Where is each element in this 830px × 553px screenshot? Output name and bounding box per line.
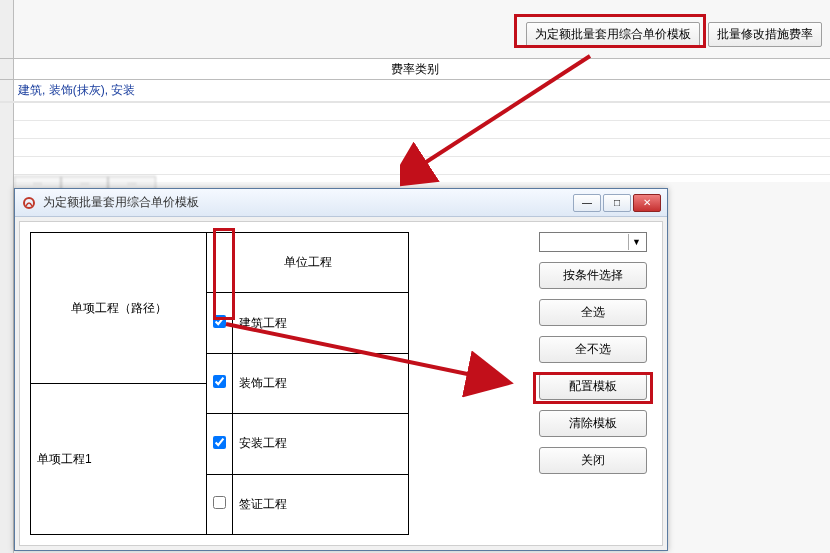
close-button[interactable]: 关闭 — [539, 447, 647, 474]
dialog-titlebar[interactable]: 为定额批量套用综合单价模板 — □ ✕ — [15, 189, 667, 217]
dialog-title: 为定额批量套用综合单价模板 — [43, 194, 573, 211]
deselect-all-button[interactable]: 全不选 — [539, 336, 647, 363]
apply-template-button[interactable]: 为定额批量套用综合单价模板 — [526, 22, 700, 47]
chevron-down-icon: ▼ — [628, 234, 644, 250]
data-row[interactable]: 建筑, 装饰(抹灰), 安装 — [0, 80, 830, 102]
category-header-row: 费率类别 — [0, 58, 830, 80]
apply-template-dialog: 为定额批量套用综合单价模板 — □ ✕ 单项工程（路径） 单项工程1 — [14, 188, 668, 551]
unit-row[interactable]: 装饰工程 — [207, 353, 409, 413]
unit-row[interactable]: 安装工程 — [207, 414, 409, 474]
unit-project-header: 单位工程 — [207, 233, 409, 293]
category-header-label: 费率类别 — [391, 61, 439, 78]
select-by-condition-button[interactable]: 按条件选择 — [539, 262, 647, 289]
close-window-button[interactable]: ✕ — [633, 194, 661, 212]
project-table: 单项工程（路径） 单项工程1 — [30, 232, 207, 535]
unit-label-1: 装饰工程 — [233, 353, 409, 413]
row1-text: 建筑, 装饰(抹灰), 安装 — [14, 82, 135, 99]
unit-row[interactable]: 建筑工程 — [207, 293, 409, 353]
project-cell[interactable]: 单项工程1 — [31, 384, 207, 535]
modify-rate-button[interactable]: 批量修改措施费率 — [708, 22, 822, 47]
unit-label-3: 签证工程 — [233, 474, 409, 534]
unit-label-2: 安装工程 — [233, 414, 409, 474]
clear-template-button[interactable]: 清除模板 — [539, 410, 647, 437]
unit-checkbox-0[interactable] — [213, 315, 226, 328]
empty-grid — [0, 102, 830, 182]
unit-checkbox-3[interactable] — [213, 496, 226, 509]
project-path-header: 单项工程（路径） — [31, 233, 207, 384]
minimize-button[interactable]: — — [573, 194, 601, 212]
unit-label-0: 建筑工程 — [233, 293, 409, 353]
app-icon — [21, 195, 37, 211]
unit-checkbox-2[interactable] — [213, 436, 226, 449]
configure-template-button[interactable]: 配置模板 — [539, 373, 647, 400]
select-all-button[interactable]: 全选 — [539, 299, 647, 326]
unit-checkbox-1[interactable] — [213, 375, 226, 388]
maximize-button[interactable]: □ — [603, 194, 631, 212]
unit-row[interactable]: 签证工程 — [207, 474, 409, 534]
unit-table: 单位工程 建筑工程 装饰工程 安装工程 — [206, 232, 409, 535]
template-combo[interactable]: ▼ — [539, 232, 647, 252]
